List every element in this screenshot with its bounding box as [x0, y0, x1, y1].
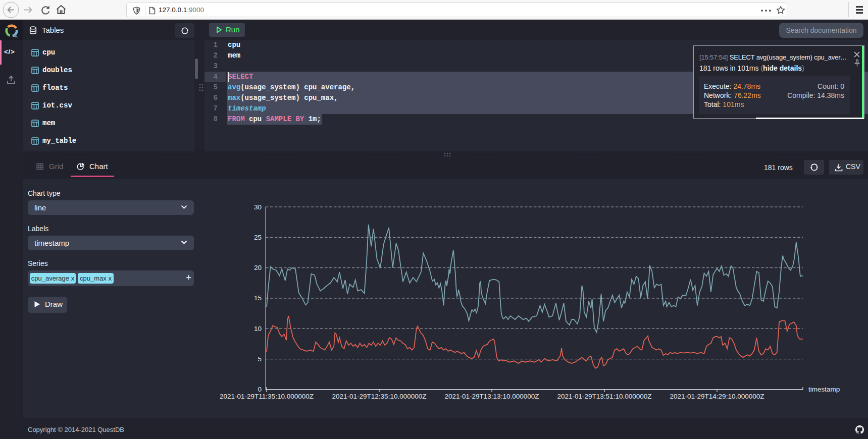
- svg-text:2021-01-29T14:29:10.000000Z: 2021-01-29T14:29:10.000000Z: [670, 393, 764, 400]
- svg-text:10: 10: [254, 325, 262, 333]
- svg-text:2021-01-29T11:35:10.000000Z: 2021-01-29T11:35:10.000000Z: [220, 393, 314, 400]
- svg-text:2021-01-29T13:51:10.000000Z: 2021-01-29T13:51:10.000000Z: [557, 393, 652, 400]
- svg-text:5: 5: [258, 355, 262, 363]
- svg-text:20: 20: [254, 264, 262, 271]
- svg-text:25: 25: [254, 234, 262, 241]
- svg-text:timestamp: timestamp: [808, 386, 840, 393]
- svg-text:0: 0: [258, 386, 262, 393]
- svg-text:15: 15: [254, 294, 262, 302]
- svg-text:2021-01-29T12:35:10.000000Z: 2021-01-29T12:35:10.000000Z: [332, 393, 427, 400]
- svg-text:30: 30: [254, 203, 262, 211]
- svg-text:2021-01-29T13:13:10.000000Z: 2021-01-29T13:13:10.000000Z: [445, 393, 539, 400]
